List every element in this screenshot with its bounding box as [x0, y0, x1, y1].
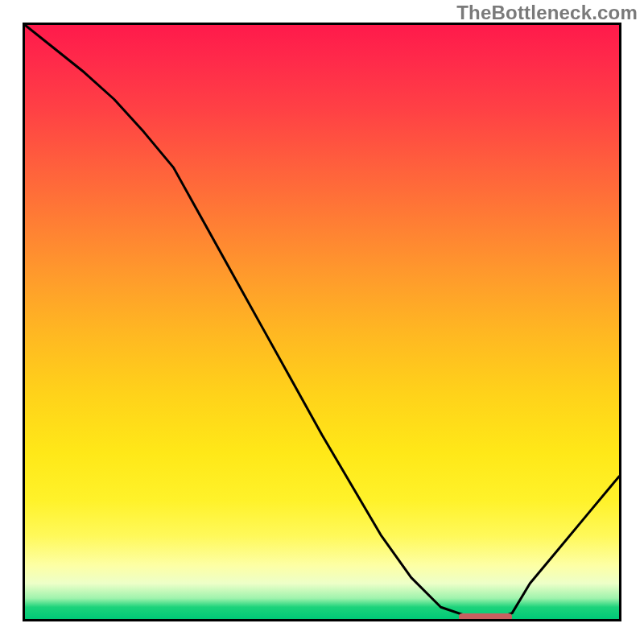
line-plot-svg [25, 25, 619, 619]
bottleneck-curve-line [25, 25, 619, 617]
chart-canvas: TheBottleneck.com [0, 0, 644, 644]
watermark-text: TheBottleneck.com [456, 2, 638, 24]
optimal-range-marker [459, 613, 512, 621]
plot-frame [23, 23, 621, 621]
